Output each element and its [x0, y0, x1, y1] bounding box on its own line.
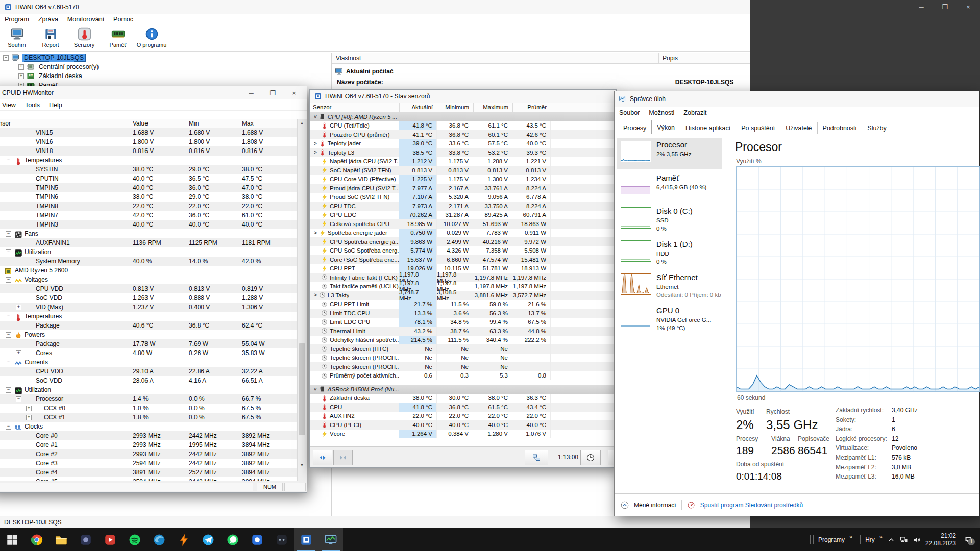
row-expander-icon[interactable]: −	[6, 158, 11, 163]
tab-Uživatelé[interactable]: Uživatelé	[780, 122, 817, 134]
hwmonitor-row[interactable]: Package40.6 °C36.8 °C62.4 °C	[0, 321, 297, 330]
sensor-row[interactable]: Core+SoC Spotřeba ene...15.637 W6.860 W4…	[310, 255, 616, 264]
row-expander-icon[interactable]: +	[26, 415, 32, 420]
row-expander-icon[interactable]: +	[16, 305, 21, 310]
sensor-row[interactable]: >L3 Takty3,748.7 MHz3,108.5 MHz3,881.6 M…	[310, 291, 616, 300]
scrollbar-thumb[interactable]	[299, 343, 305, 435]
hwmonitor-row[interactable]: AMD Ryzen 5 2600	[0, 266, 297, 275]
tab-Po spuštění[interactable]: Po spuštění	[736, 122, 780, 134]
taskbar-edge-app[interactable]	[147, 528, 172, 551]
sensor-row[interactable]: CPU (Tctl/Tdie)41.8 °C36.8 °C61.1 °C43.5…	[310, 121, 616, 131]
task-manager-titlebar[interactable]: Správce úloh	[615, 91, 979, 107]
sensor-row[interactable]: Limit TDC CPU13.3 %3.6 %56.3 %13.7 %	[310, 309, 616, 318]
sensor-row[interactable]: Tepelné škrcení (PROCH...NeNeNe	[310, 362, 616, 371]
hwmonitor-row[interactable]: VIN161.800 V1.800 V1.808 V	[0, 137, 297, 146]
taskbar-app-dark2-app[interactable]	[270, 528, 294, 551]
sensor-row[interactable]: Proud jádra CPU (SVI2 T...7.977 A2.167 A…	[310, 184, 616, 193]
menu-item-Tools[interactable]: Tools	[20, 101, 44, 110]
scroll-down-icon[interactable]: ▼	[298, 461, 306, 469]
scroll-up-icon[interactable]: ▲	[298, 119, 306, 128]
sidebar-tile-GPU 0[interactable]: GPU 0NVIDIA GeForce G...1% (49 °C)	[617, 304, 722, 335]
row-expander-icon[interactable]: −	[6, 231, 11, 237]
row-expander-icon[interactable]: −	[6, 332, 11, 338]
collapse-all-button[interactable]	[333, 450, 353, 465]
col-2[interactable]: Maximum	[473, 104, 508, 110]
hwmonitor-column-header[interactable]: SensorValueMinMax	[0, 119, 297, 129]
hwmonitor-row[interactable]: TMPIN340.0 °C40.0 °C40.0 °C	[0, 220, 297, 229]
chevron-down-icon[interactable]: >	[314, 115, 318, 118]
tab-Podrobnosti[interactable]: Podrobnosti	[817, 122, 863, 134]
sensor-row[interactable]: CPU EDC70.262 A31.287 A89.425 A60.791 A	[310, 211, 616, 220]
hwmonitor-row[interactable]: SoC VDD1.263 V0.888 V1.288 V	[0, 293, 297, 303]
row-expander-icon[interactable]: −	[6, 277, 11, 283]
taskbar-whatsapp-app[interactable]	[220, 528, 245, 551]
taskbar-file-explorer-app[interactable]	[49, 528, 74, 551]
col-max[interactable]: Max	[242, 120, 254, 127]
hwmonitor-row[interactable]: TMPIN742.0 °C36.0 °C61.0 °C	[0, 211, 297, 220]
tree-item-Centrální procesor(y)[interactable]: +Centrální procesor(y)	[0, 62, 331, 71]
hwmonitor-row[interactable]: AUXFANIN11136 RPM1125 RPM1181 RPM	[0, 238, 297, 247]
hwmonitor-row[interactable]: TMPIN638.0 °C29.0 °C38.0 °C	[0, 192, 297, 202]
notification-icon[interactable]: 1	[961, 532, 976, 547]
less-info-button[interactable]: Méně informací	[634, 502, 676, 509]
menu-item-Zobrazit[interactable]: Zobrazit	[679, 108, 711, 117]
chevron-right-icon[interactable]: >	[314, 149, 317, 155]
overflow-chevron-icon[interactable]: »	[879, 534, 883, 540]
resource-monitor-link[interactable]: Spustit program Sledování prostředků	[700, 502, 803, 509]
hwmonitor-row[interactable]: Core #02993 MHz2442 MHz3892 MHz	[0, 431, 297, 440]
taskbar-clock[interactable]: 21:02 22.08.2023	[925, 532, 956, 547]
taskbar-toolbar-programy[interactable]: Programy	[818, 536, 845, 543]
close-icon[interactable]: ×	[957, 0, 980, 14]
tree-item-DESKTOP-10JLSQS[interactable]: −DESKTOP-10JLSQS	[0, 53, 331, 62]
menu-item-Zpráva[interactable]: Zpráva	[34, 15, 63, 24]
minimize-icon[interactable]: ─	[240, 86, 262, 99]
hwmonitor-row[interactable]: −Processor1.4 %0.0 %66.7 %	[0, 394, 297, 404]
sensor-row[interactable]: CPU41.8 °C36.8 °C61.5 °C43.4 °C	[310, 403, 616, 412]
row-expander-icon[interactable]: −	[6, 249, 11, 255]
hwmonitor-row[interactable]: SoC VDD28.06 A4.16 A66.51 A	[0, 376, 297, 385]
hwmonitor-row[interactable]: CPU VDD29.10 A22.86 A32.22 A	[0, 367, 297, 376]
row-expander-icon[interactable]: −	[16, 396, 21, 402]
remote-monitoring-button[interactable]	[525, 450, 548, 465]
sensor-row[interactable]: Celková spotřeba CPU18.985 W10.027 W51.6…	[310, 219, 616, 229]
chevron-up-icon[interactable]	[887, 536, 895, 544]
taskbar-hwinfo-app[interactable]	[294, 528, 318, 551]
hwmonitor-titlebar[interactable]: CPUID HWMonitor ─ ❐ ×	[0, 86, 307, 99]
volume-icon[interactable]	[913, 536, 921, 544]
hwmonitor-row[interactable]: SYSTIN38.0 °C29.0 °C38.0 °C	[0, 165, 297, 174]
toolbar-button-Senzory[interactable]: Senzory	[67, 25, 101, 51]
toolbar-button-Souhrn[interactable]: Souhrn	[0, 25, 34, 51]
taskbar-hwmonitor-app[interactable]	[318, 528, 343, 551]
taskbar-toolbar-hry[interactable]: Hry	[865, 536, 875, 543]
tab-Procesy[interactable]: Procesy	[618, 122, 652, 134]
col-min[interactable]: Min	[189, 120, 199, 127]
hwinfo-main-titlebar[interactable]: HWiNFO64 v7.60-5170	[0, 0, 750, 14]
hwmonitor-row[interactable]: −Powers	[0, 330, 297, 339]
taskbar-spotify-app[interactable]	[122, 528, 147, 551]
sensor-row[interactable]: CPU SoC Spotřeba energ...5.774 W4.326 W7…	[310, 246, 616, 256]
toolbar-button-O programu[interactable]: O programu	[135, 25, 168, 51]
property-panel-header[interactable]: Vlastnost Popis	[332, 53, 750, 64]
sidebar-tile-Disk 0 (C:)[interactable]: Disk 0 (C:)SSD0 %	[617, 205, 722, 235]
col-1[interactable]: Minimum	[437, 104, 469, 110]
hwmonitor-row[interactable]: Core #12993 MHz1995 MHz3894 MHz	[0, 440, 297, 449]
sensor-row[interactable]: >Spotřeba energie jader0.750 W0.029 W7.7…	[310, 229, 616, 238]
menu-item-Pomoc[interactable]: Pomoc	[109, 15, 138, 24]
row-expander-icon[interactable]: +	[16, 350, 21, 356]
tree-expander-icon[interactable]: −	[3, 55, 9, 61]
sensor-row[interactable]: Pouzdro CPU (průměr)41.1 °C36.8 °C60.1 °…	[310, 130, 616, 139]
sensor-row[interactable]: Průměrný počet aktivních...0.60.35.30.8	[310, 371, 616, 381]
taskbar-app-dark-app[interactable]	[74, 528, 98, 551]
taskbar-media-red-app[interactable]	[98, 528, 122, 551]
hwmonitor-row[interactable]: −Temperatures	[0, 156, 297, 165]
sensor-row[interactable]: Odchylky hlášení spotřeb...214.5 %111.5 …	[310, 336, 616, 345]
chevron-right-icon[interactable]: >	[314, 141, 317, 146]
hwmonitor-row[interactable]: +Cores4.80 W0.26 W35.83 W	[0, 348, 297, 358]
chevron-right-icon[interactable]: >	[314, 292, 317, 298]
close-icon[interactable]: ×	[283, 86, 305, 99]
sensor-row[interactable]: CPU Core VID (Effective)1.225 V1.175 V1.…	[310, 175, 616, 184]
sensor-row[interactable]: >Teploty jader39.0 °C33.6 °C57.5 °C40.0 …	[310, 139, 616, 148]
sensor-row[interactable]: Thermal Limit43.2 %38.7 %63.3 %44.8 %	[310, 327, 616, 336]
row-expander-icon[interactable]: −	[6, 314, 11, 319]
chevron-down-icon[interactable]: >	[314, 388, 318, 391]
